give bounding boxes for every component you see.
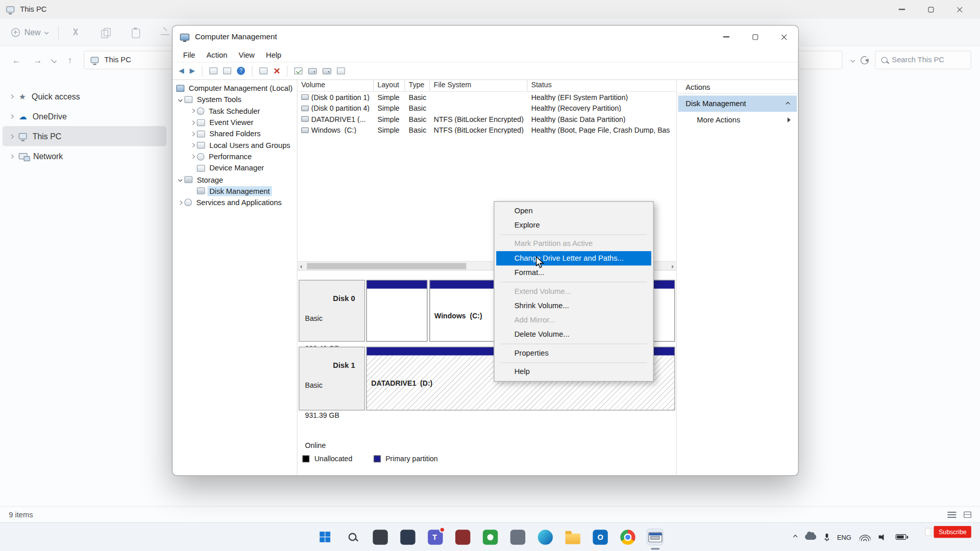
microphone-icon[interactable] (824, 533, 829, 541)
column-layout[interactable]: Layout (374, 80, 405, 91)
chevron-right-icon[interactable] (190, 155, 195, 159)
delete-icon[interactable] (273, 67, 280, 74)
wifi-icon[interactable] (860, 533, 871, 541)
chevron-down-icon[interactable] (178, 97, 183, 102)
explorer-maximize-button[interactable] (916, 0, 945, 19)
taskbar-app-window[interactable] (372, 529, 388, 545)
mark-active-icon[interactable] (295, 67, 303, 74)
menu-file[interactable]: File (178, 51, 201, 59)
breadcrumb[interactable]: This PC (104, 56, 131, 64)
chevron-right-icon[interactable] (190, 132, 195, 136)
tree-item-disk-management[interactable]: Disk Management (173, 185, 297, 196)
taskbar-app-maroon[interactable] (454, 529, 471, 545)
cm-maximize-button[interactable] (741, 26, 769, 48)
chevron-right-icon[interactable] (9, 154, 14, 159)
scrollbar-thumb[interactable] (307, 263, 466, 269)
sidebar-item-quick-access[interactable]: ★ Quick access (3, 86, 166, 106)
chevron-right-icon[interactable] (9, 94, 14, 98)
actions-disk-management-group[interactable]: Disk Management (678, 95, 797, 112)
column-type[interactable]: Type (405, 80, 430, 91)
scroll-left-icon[interactable] (300, 265, 302, 268)
taskbar-app-green[interactable] (481, 529, 498, 545)
subscribe-button[interactable]: Subscribe (934, 526, 971, 538)
sidebar-item-onedrive[interactable]: ☁ OneDrive (3, 106, 166, 126)
menu-item-explore[interactable]: Explore (496, 218, 651, 232)
explorer-minimize-button[interactable] (888, 0, 916, 19)
explorer-close-button[interactable] (945, 0, 973, 19)
cm-close-button[interactable] (769, 26, 798, 48)
tree-item-local-users-and-groups[interactable]: Local Users and Groups (173, 140, 297, 151)
up-button[interactable]: ↑ (62, 55, 77, 65)
tree-item-device-manager[interactable]: Device Manager (173, 162, 297, 173)
menu-item-help[interactable]: Help (496, 365, 651, 379)
recent-locations-icon[interactable] (51, 57, 57, 63)
tree-item-services-and-applications[interactable]: Services and Applications (173, 197, 297, 208)
chevron-up-icon[interactable] (786, 102, 790, 106)
hidden-icons-chevron[interactable] (793, 535, 798, 539)
taskbar-app-edge[interactable] (536, 529, 553, 545)
scroll-right-icon[interactable] (672, 265, 674, 268)
chevron-right-icon[interactable] (9, 114, 14, 118)
table-row[interactable]: (Disk 0 partition 1) Simple Basic Health… (298, 92, 676, 103)
menu-help[interactable]: Help (260, 51, 287, 59)
disk-0-header[interactable]: Disk 0 Basic 238.46 GB Online (299, 280, 365, 342)
disk-1-header[interactable]: Disk 1 Basic 931.39 GB Online (299, 347, 365, 411)
sidebar-item-this-pc[interactable]: This PC (3, 126, 166, 146)
menu-item-format[interactable]: Format... (496, 265, 651, 280)
taskbar-app-gray[interactable] (509, 529, 526, 545)
taskbar-app-outlook[interactable] (592, 529, 608, 545)
menu-item-open[interactable]: Open (496, 204, 651, 218)
table-row[interactable]: (Disk 0 partition 4) Simple Basic Health… (298, 103, 676, 113)
list-view-icon[interactable] (947, 511, 956, 517)
console-tree-icon[interactable] (209, 67, 217, 74)
chevron-right-icon[interactable] (190, 143, 195, 148)
volume-icon[interactable] (879, 533, 888, 541)
view-options-icon[interactable] (337, 67, 345, 74)
language-indicator[interactable]: ENG (837, 533, 851, 541)
column-status[interactable]: Status (527, 80, 676, 91)
column-volume[interactable]: Volume (298, 80, 374, 91)
tree-item-performance[interactable]: Performance (173, 151, 297, 162)
chevron-down-icon[interactable] (178, 178, 183, 182)
cut-button[interactable] (69, 26, 83, 39)
forward-icon[interactable]: ▶ (190, 67, 195, 75)
drive-settings-icon[interactable] (323, 68, 331, 74)
new-button[interactable]: New (11, 28, 48, 37)
properties-icon[interactable] (259, 67, 267, 74)
tree-item-event-viewer[interactable]: Event Viewer (173, 117, 297, 128)
details-view-icon[interactable] (964, 511, 971, 517)
start-button[interactable] (316, 529, 333, 545)
battery-icon[interactable] (896, 534, 906, 540)
taskbar-app-chrome[interactable] (619, 529, 636, 545)
export-list-icon[interactable] (223, 67, 231, 74)
tree-item-computer-management[interactable]: Computer Management (Local) (173, 83, 297, 94)
tree-item-shared-folders[interactable]: Shared Folders (173, 128, 297, 139)
back-icon[interactable]: ◀ (179, 67, 184, 75)
chevron-right-icon[interactable] (178, 201, 183, 205)
sidebar-item-network[interactable]: Network (3, 146, 166, 166)
menu-item-change-drive-letter-and-paths[interactable]: Change Drive Letter and Paths... (496, 251, 651, 265)
taskbar-app-files[interactable] (399, 529, 416, 545)
menu-item-shrink-volume[interactable]: Shrink Volume... (496, 298, 651, 313)
chevron-right-icon[interactable] (190, 109, 195, 113)
menu-action[interactable]: Action (201, 51, 233, 59)
onedrive-icon[interactable] (805, 534, 816, 540)
menu-view[interactable]: View (233, 51, 260, 59)
partition-efi[interactable]: 260 MB Healthy (EFI Sy (366, 280, 428, 342)
menu-item-delete-volume[interactable]: Delete Volume... (496, 328, 651, 342)
search-input[interactable]: Search This PC (875, 51, 971, 69)
back-button[interactable]: ← (9, 55, 23, 65)
more-actions-item[interactable]: More Actions (677, 112, 798, 128)
paste-button[interactable] (129, 26, 142, 39)
cm-minimize-button[interactable] (712, 26, 741, 48)
table-row[interactable]: Windows (C:) Simple Basic NTFS (BitLocke… (298, 124, 676, 135)
forward-button[interactable]: → (30, 55, 45, 65)
table-row[interactable]: DATADRIVE1 (... Simple Basic NTFS (BitLo… (298, 114, 676, 124)
tree-item-task-scheduler[interactable]: Task Scheduler (173, 105, 297, 116)
tree-item-storage[interactable]: Storage (173, 174, 297, 185)
refresh-icon[interactable] (861, 56, 869, 64)
address-dropdown-icon[interactable] (850, 58, 855, 62)
column-file-system[interactable]: File System (430, 80, 527, 91)
chevron-right-icon[interactable] (190, 120, 195, 125)
cm-titlebar[interactable]: Computer Management (173, 26, 798, 48)
